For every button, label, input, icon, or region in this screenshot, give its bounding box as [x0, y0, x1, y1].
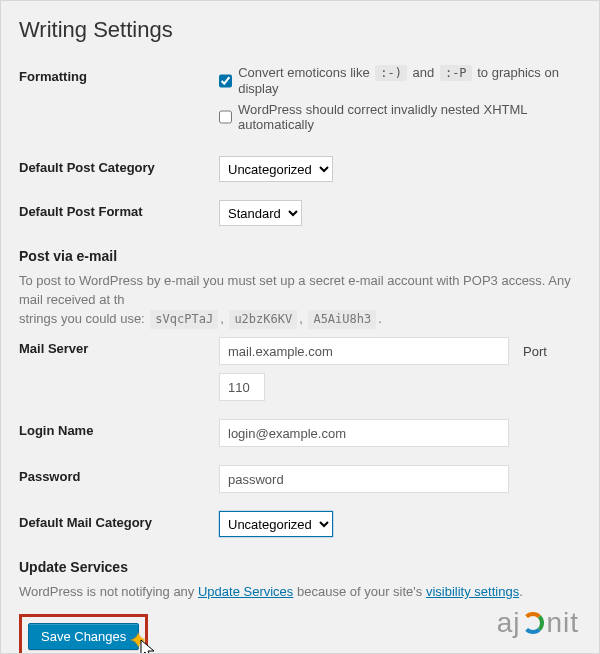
login-name-row: Login Name — [19, 419, 581, 447]
default-post-category-select[interactable]: Uncategorized — [219, 156, 333, 182]
mail-server-input[interactable] — [219, 337, 509, 365]
smiley-icon: :-) — [375, 65, 407, 81]
mail-port-input[interactable] — [219, 373, 265, 401]
default-post-category-row: Default Post Category Uncategorized — [19, 156, 581, 182]
save-button-highlight: Save Changes ✦ — [19, 614, 148, 654]
password-label: Password — [19, 465, 219, 484]
secret-token: sVqcPTaJ — [150, 310, 218, 329]
formatting-label: Formatting — [19, 65, 219, 84]
secret-token: A5AiU8h3 — [308, 310, 376, 329]
mail-server-row: Mail Server Port — [19, 337, 581, 401]
default-post-format-select[interactable]: Standard — [219, 200, 302, 226]
formatting-row: Formatting Convert emoticons like :-) an… — [19, 65, 581, 138]
cursor-icon — [139, 638, 159, 654]
login-name-input[interactable] — [219, 419, 509, 447]
password-row: Password — [19, 465, 581, 493]
update-services-heading: Update Services — [19, 559, 581, 575]
post-via-email-heading: Post via e-mail — [19, 248, 581, 264]
port-label: Port — [523, 344, 547, 359]
default-post-category-label: Default Post Category — [19, 156, 219, 175]
correct-xhtml-label: WordPress should correct invalidly neste… — [238, 102, 581, 132]
update-services-link[interactable]: Update Services — [198, 584, 293, 599]
logo-ring-icon — [522, 612, 544, 634]
update-services-description: WordPress is not notifying any Update Se… — [19, 583, 581, 602]
default-post-format-label: Default Post Format — [19, 200, 219, 219]
default-mail-category-select[interactable]: Uncategorized — [219, 511, 333, 537]
visibility-settings-link[interactable]: visibility settings — [426, 584, 519, 599]
password-input[interactable] — [219, 465, 509, 493]
default-post-format-row: Default Post Format Standard — [19, 200, 581, 226]
convert-emoticons-checkbox[interactable] — [219, 74, 232, 88]
mail-server-label: Mail Server — [19, 337, 219, 356]
correct-xhtml-checkbox[interactable] — [219, 110, 232, 124]
default-mail-category-label: Default Mail Category — [19, 511, 219, 530]
save-changes-button[interactable]: Save Changes — [28, 623, 139, 650]
secret-token: u2bzK6KV — [229, 310, 297, 329]
convert-emoticons-label: Convert emoticons like :-) and :-P to gr… — [238, 65, 581, 96]
smiley-icon: :-P — [440, 65, 472, 81]
post-via-email-description: To post to WordPress by e-mail you must … — [19, 272, 581, 329]
login-name-label: Login Name — [19, 419, 219, 438]
default-mail-category-row: Default Mail Category Uncategorized — [19, 511, 581, 537]
watermark-logo: ajnit — [497, 607, 579, 639]
page-title: Writing Settings — [19, 17, 581, 43]
